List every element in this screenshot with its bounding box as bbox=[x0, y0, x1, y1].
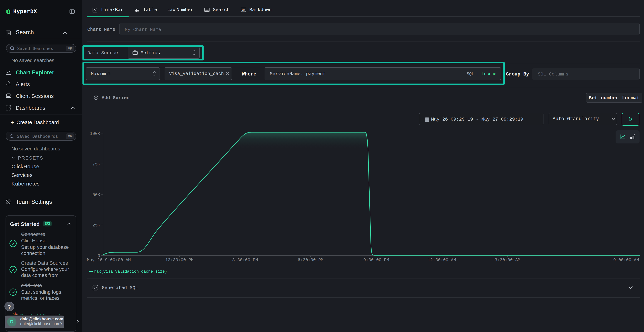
svg-text:M: M bbox=[242, 8, 244, 11]
svg-text:12:30:00 AM: 12:30:00 AM bbox=[428, 258, 456, 262]
svg-text:100K: 100K bbox=[90, 131, 100, 136]
svg-text:9:30:00 PM: 9:30:00 PM bbox=[363, 258, 389, 262]
svg-text:25K: 25K bbox=[92, 223, 100, 228]
svg-text:3:30:00 PM: 3:30:00 PM bbox=[232, 258, 258, 262]
svg-text:9:00:00 AM: 9:00:00 AM bbox=[613, 258, 639, 262]
svg-text:12:30:00 PM: 12:30:00 PM bbox=[165, 258, 194, 262]
svg-text:75K: 75K bbox=[92, 162, 100, 167]
svg-text:3:30:00 AM: 3:30:00 AM bbox=[495, 258, 520, 262]
svg-text:6:30:00 PM: 6:30:00 PM bbox=[298, 258, 324, 262]
svg-text:May 26 9:00:00 AM: May 26 9:00:00 AM bbox=[87, 258, 131, 262]
svg-text:50K: 50K bbox=[92, 192, 100, 197]
